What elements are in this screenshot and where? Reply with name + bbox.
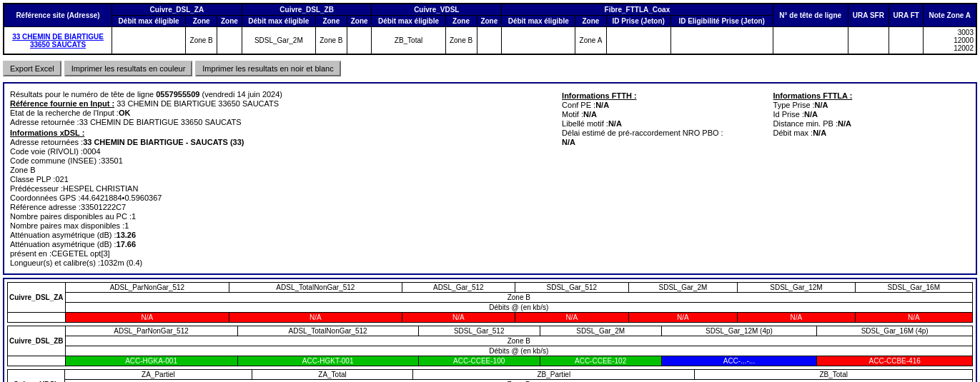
adresse-retournee-line: Adresse retournée :33 CHEMIN DE BIARTIGU… — [10, 118, 548, 126]
predecesseur-line: Prédécesseur :HESPEL CHRISTIAN — [10, 184, 548, 193]
atten-asym-value: 13.26 — [117, 231, 137, 239]
ftth-delai-line: Délai estimé de pré-raccordement NRO PBO… — [562, 129, 758, 137]
cuivre-vdsl-section: Cuivre_VDSL ZA_Partiel ZA_Total ZB_Parti… — [7, 369, 973, 382]
gps-value: 44.6421884•0.5960367 — [80, 193, 162, 202]
ftth-delai-value-line: N/A — [562, 138, 758, 146]
vdsl-zone-cell: Zone B — [445, 27, 477, 54]
col-adsl-gar: ADSL_Gar_512 — [402, 283, 515, 293]
col-sdsl-16m: SDSL_Gar_16M — [855, 283, 972, 293]
cuivre-za-section: Cuivre_DSL_ZA ADSL_ParNonGar_512 ADSL_To… — [7, 282, 973, 323]
info-left-col: Résultats pour le numéro de tête de lign… — [10, 89, 548, 268]
atten-asym2-value: 17.66 — [117, 240, 137, 248]
result-date: (vendredi 14 juin 2024) — [202, 90, 283, 99]
vdsl-col-zb-partiel: ZB_Partiel — [413, 370, 695, 380]
fttla-debit-label: Débit max : — [773, 129, 813, 137]
zb-zone2-cell — [347, 27, 372, 54]
ura-ft-cell — [889, 27, 924, 54]
za-zone2-header: Zone — [217, 16, 242, 27]
fttla-type-prise-line: Type Prise :N/A — [773, 101, 970, 109]
zb-col-sdsl-2m: SDSL_Gar_2M — [540, 326, 661, 336]
ftth-confpe-line: Conf PE :N/A — [562, 101, 758, 109]
ftth-motif-label: Motif : — [562, 110, 583, 119]
ftth-libelle-value: N/A — [608, 119, 622, 128]
ref-site-link2[interactable]: 33650 SAUCATS — [30, 41, 86, 49]
present-en-value: CEGETEL opt[3] — [51, 249, 110, 258]
za-zone1-header: Zone — [186, 16, 217, 27]
ura-sfr-cell — [848, 27, 889, 54]
atten-asym2-line: Atténuation asymétrique (dB) :17.66 — [10, 240, 548, 248]
ftth-motif-line: Motif :N/A — [562, 110, 758, 119]
fttla-id-prise-line: Id Prise :N/A — [773, 110, 970, 119]
code-voie-label: Code voie (RIVOLI) : — [10, 147, 83, 156]
code-commune-label: Code commune (INSEE) : — [10, 156, 101, 165]
zb-zone1-header: Zone — [315, 16, 347, 27]
col-sdsl-512: SDSL_Gar_512 — [515, 283, 629, 293]
ftth-libelle-label: Libellé motif : — [562, 119, 608, 128]
adresse-retournees-label: Adresse retournées : — [10, 138, 83, 146]
print-bw-button[interactable]: Imprimer les resultats en noir et blanc — [195, 61, 340, 76]
za-debit-header: Débit max éligible — [112, 16, 186, 27]
fttla-id-prise-cell — [606, 27, 670, 54]
vdsl-zone2-cell — [477, 27, 502, 54]
atten-asym-label: Atténuation asymétrique (dB) : — [10, 231, 117, 239]
za-zone-cell: Zone B — [186, 27, 217, 54]
zb-sdsl-512-val: ACC-CCEE-100 — [418, 356, 540, 366]
ref-adresse-value: 33501222C7 — [81, 203, 126, 211]
ref-input-line: Référence fournie en Input : 33 CHEMIN D… — [10, 99, 548, 108]
adresse-retournees-line: Adresse retournées :33 CHEMIN DE BIARTIG… — [10, 138, 548, 146]
ftth-delai-label: Délai estimé de pré-raccordement NRO PBO… — [562, 129, 723, 137]
fttla-debit-header: Débit max éligible — [502, 16, 575, 27]
zb-col-sdsl-16m-4p: SDSL_Gar_16M (4p) — [817, 326, 973, 336]
za-zone-label: Zone B — [65, 293, 972, 303]
code-voie-value: 0004 — [83, 147, 100, 156]
atten-asym-line: Atténuation asymétrique (dB) :13.26 — [10, 231, 548, 239]
ref-site-link[interactable]: 33 CHEMIN DE BIARTIGUE — [12, 33, 104, 41]
zb-zone-cell: Zone B — [315, 27, 347, 54]
fttla-id-eligibilite-header: ID Eligibilité Prise (Jeton) — [670, 16, 773, 27]
code-voie-line: Code voie (RIVOLI) :0004 — [10, 147, 548, 156]
buttons-row: Export Excel Imprimer les resultats en c… — [0, 58, 980, 79]
etat-value: OK — [119, 109, 131, 117]
ref-input-label: Référence fournie en Input : — [10, 99, 114, 108]
za-adsl-par-val: N/A — [65, 313, 229, 323]
cuivre-za-header: Cuivre_DSL_ZA — [112, 4, 242, 16]
zb-debit-cell: SDSL_Gar_2M — [242, 27, 315, 54]
za-debit-cell — [112, 27, 186, 54]
zb-sdsl-16m-val: ACC-CCBE-416 — [817, 356, 973, 366]
adresse-retournees-value: 33 CHEMIN DE BIARTIGUE - SAUCATS (33) — [83, 138, 244, 146]
present-en-label: présent en : — [10, 249, 51, 258]
print-color-button[interactable]: Imprimer les resultats en couleur — [64, 61, 193, 76]
fttla-type-prise-value: N/A — [815, 101, 828, 109]
zone-b-value: Zone B — [10, 166, 35, 174]
export-excel-button[interactable]: Export Excel — [3, 61, 61, 76]
ftth-confpe-label: Conf PE : — [562, 101, 595, 109]
zb-empty — [8, 356, 66, 366]
predecesseur-value: HESPEL CHRISTIAN — [63, 184, 138, 193]
cuivre-zb-title-cell: Cuivre_DSL_ZB — [8, 326, 66, 356]
ftth-delai-value: N/A — [562, 138, 575, 146]
nb-paires-dispo-line: Nombre paires disponibles au PC :1 — [10, 212, 548, 221]
zb-zone2-header: Zone — [347, 16, 372, 27]
code-commune-line: Code commune (INSEE) :33501 — [10, 156, 548, 165]
nb-paires-dispo-value: 1 — [132, 212, 136, 221]
za-adsl-gar-val: N/A — [402, 313, 515, 323]
classe-plp-line: Classe PLP :021 — [10, 175, 548, 184]
cuivre-zb-table: Cuivre_DSL_ZB ADSL_ParNonGar_512 ADSL_To… — [7, 326, 973, 366]
za-empty — [8, 313, 66, 323]
result-title-label: Résultats pour le numéro de tête de lign… — [10, 90, 154, 99]
tete-ligne-num: 0557955509 — [156, 90, 199, 99]
fttla-distance-line: Distance min. PB :N/A — [773, 119, 970, 128]
vdsl-col-zb-total: ZB_Total — [695, 370, 973, 380]
result-title-line: Résultats pour le numéro de tête de lign… — [10, 90, 548, 99]
adresse-retournee-label: Adresse retournée : — [10, 118, 79, 126]
ura-sfr-header: URA SFR — [848, 4, 889, 27]
za-adsl-total-val: N/A — [229, 313, 402, 323]
vdsl-zone2-header: Zone — [477, 16, 502, 27]
za-debit-label: Débits @ (en kb/s) — [65, 303, 972, 313]
longueur-value: 1032m (0.4) — [100, 258, 142, 267]
fttla-col: Informations FTTLA : Type Prise :N/A Id … — [759, 89, 970, 138]
cuivre-za-title-cell: Cuivre_DSL_ZA — [8, 283, 66, 313]
gps-label: Coordonnées GPS : — [10, 193, 80, 202]
zone-b-line: Zone B — [10, 166, 548, 174]
fttla-debit-line: Débit max :N/A — [773, 129, 970, 137]
